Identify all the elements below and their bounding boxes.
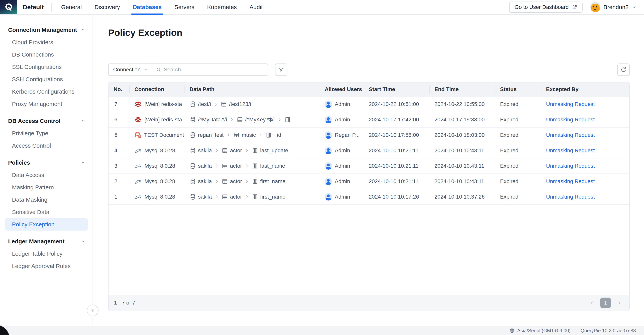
querypie-logo[interactable] <box>0 0 18 14</box>
excepted-by-cell: Unmasking Request <box>541 158 621 173</box>
table-row[interactable]: 4Mysql 8.0.28sakilaactorlast_updateAdmin… <box>108 143 629 158</box>
status-cell: Expired <box>495 112 541 127</box>
tab-audit[interactable]: Audit <box>250 0 263 14</box>
unmasking-request-link[interactable]: Unmasking Request <box>546 194 595 200</box>
path-separator-chevron-icon <box>226 133 231 138</box>
tab-databases[interactable]: Databases <box>133 0 162 14</box>
page-title: Policy Exception <box>108 27 630 38</box>
path-separator-chevron-icon <box>244 148 249 153</box>
unmasking-request-link[interactable]: Unmasking Request <box>546 132 595 138</box>
path-separator-chevron-icon <box>214 179 219 184</box>
database-icon <box>190 147 196 154</box>
path-separator-chevron-icon <box>214 148 219 153</box>
end-time-cell: 2024-10-17 19:33:00 <box>430 112 495 127</box>
pagination-prev-button[interactable] <box>588 299 596 307</box>
data-path-segment: music <box>233 132 256 138</box>
user-menu[interactable]: Brendon2 <box>590 2 637 12</box>
sidebar-item-ssl-configurations[interactable]: SSL Configurations <box>5 61 88 73</box>
row-gutter <box>621 174 629 189</box>
table-row[interactable]: 5TEST Documentregan_testmusic_idRegan P.… <box>108 128 629 143</box>
sidebar-item-proxy-management[interactable]: Proxy Management <box>5 98 88 110</box>
table-row[interactable]: 2Mysql 8.0.28sakilaactorfirst_nameAdmin2… <box>108 174 629 189</box>
sidebar-item-sensitive-data[interactable]: Sensitive Data <box>5 206 88 218</box>
data-path-segment-label: /^MyKey.*$/i <box>245 117 275 123</box>
database-icon <box>190 163 196 169</box>
connection-name: Mysql 8.0.28 <box>144 178 175 184</box>
sidebar-item-data-masking[interactable]: Data Masking <box>5 194 88 206</box>
data-path-segment: _id <box>266 132 281 138</box>
sidebar-section: PoliciesData AccessMasking PatternData M… <box>5 156 88 231</box>
table-header-row: No.ConnectionData PathAllowed UsersStart… <box>108 82 629 97</box>
table-row[interactable]: 7[Wein] redis-sta/test/i/test123/iAdmin2… <box>108 97 629 112</box>
sidebar-item-access-control[interactable]: Access Control <box>5 139 88 152</box>
tab-discovery[interactable]: Discovery <box>94 0 120 14</box>
column-icon <box>252 178 258 185</box>
unmasking-request-link[interactable]: Unmasking Request <box>546 178 595 184</box>
refresh-button[interactable] <box>617 63 630 76</box>
search-icon <box>156 67 161 72</box>
pagination-next-button[interactable] <box>615 299 624 307</box>
data-path-segment-label: sakila <box>198 178 212 184</box>
connection-cell: Mysql 8.0.28 <box>130 174 184 189</box>
row-number: 3 <box>108 158 130 173</box>
sidebar-item-masking-pattern[interactable]: Masking Pattern <box>5 181 88 194</box>
user-avatar-icon <box>325 147 332 154</box>
excepted-by-cell: Unmasking Request <box>541 189 621 204</box>
sidebar-item-db-connections[interactable]: DB Connections <box>5 48 88 61</box>
excepted-by-cell: Unmasking Request <box>541 112 621 127</box>
sidebar-item-ledger-table-policy[interactable]: Ledger Table Policy <box>5 248 88 260</box>
workspace-name: Default <box>23 4 44 11</box>
unmasking-request-link[interactable]: Unmasking Request <box>546 101 595 107</box>
sidebar-item-kerberos-configurations[interactable]: Kerberos Configurations <box>5 85 88 98</box>
connection-cell: Mysql 8.0.28 <box>130 158 184 173</box>
sidebar-item-cloud-providers[interactable]: Cloud Providers <box>5 36 88 48</box>
filter-button[interactable] <box>275 63 288 76</box>
sidebar-section-header[interactable]: Policies <box>5 156 88 169</box>
database-icon <box>190 116 196 123</box>
pagination-current-page[interactable]: 1 <box>600 298 611 308</box>
sidebar-section-header[interactable]: Ledger Management <box>5 235 88 248</box>
allowed-users-cell: Admin <box>320 189 364 204</box>
connection-filter-select[interactable]: Connection <box>108 63 152 76</box>
tab-servers[interactable]: Servers <box>174 0 194 14</box>
path-separator-chevron-icon <box>214 194 219 199</box>
row-number: 6 <box>108 112 130 127</box>
tab-kubernetes[interactable]: Kubernetes <box>207 0 236 14</box>
column-icon <box>252 147 258 154</box>
sidebar-item-ssh-configurations[interactable]: SSH Configurations <box>5 73 88 85</box>
sidebar-item-ledger-approval-rules[interactable]: Ledger Approval Rules <box>5 260 88 272</box>
chevron-up-icon <box>80 27 85 32</box>
sidebar-item-data-access[interactable]: Data Access <box>5 169 88 181</box>
sidebar-section-header[interactable]: DB Access Control <box>5 115 88 127</box>
policy-exception-table: No.ConnectionData PathAllowed UsersStart… <box>108 82 630 311</box>
chevron-up-icon <box>80 119 85 123</box>
sidebar-collapse-button[interactable] <box>87 305 98 316</box>
sidebar-item-privilege-type[interactable]: Privilege Type <box>5 127 88 139</box>
go-to-user-dashboard-button[interactable]: Go to User Dashboard <box>509 1 582 13</box>
table-icon <box>233 132 240 138</box>
data-path-segment-label: actor <box>230 194 242 200</box>
data-path-segment: sakila <box>190 194 212 200</box>
table-row[interactable]: 6[Wein] redis-sta/^MyData.*/i/^MyKey.*$/… <box>108 112 629 128</box>
chevron-up-icon <box>80 239 85 244</box>
status-cell: Expired <box>495 143 541 158</box>
unmasking-request-link[interactable]: Unmasking Request <box>546 117 595 123</box>
unmasking-request-link[interactable]: Unmasking Request <box>546 163 595 169</box>
table-row[interactable]: 1Mysql 8.0.28sakilaactorfirst_nameAdmin2… <box>108 189 629 205</box>
search-input[interactable] <box>164 67 264 73</box>
row-number: 2 <box>108 174 130 189</box>
tab-general[interactable]: General <box>61 0 82 14</box>
connection-name: [Wein] redis-sta <box>144 117 182 123</box>
unmasking-request-link[interactable]: Unmasking Request <box>546 147 595 154</box>
table-row[interactable]: 3Mysql 8.0.28sakilaactorlast_nameAdmin20… <box>108 158 629 174</box>
data-path-cell: sakilaactorfirst_name <box>184 174 320 189</box>
column-icon <box>284 116 291 123</box>
main-content: Policy Exception Connection <box>93 15 644 326</box>
refresh-icon <box>620 67 626 73</box>
sidebar-item-policy-exception[interactable]: Policy Exception <box>5 218 88 231</box>
column-header-gutter <box>621 82 629 97</box>
allowed-users-cell: Admin <box>320 174 364 189</box>
sidebar-section-header[interactable]: Connection Management <box>5 24 88 36</box>
data-path-segment-label: /test123/i <box>229 101 251 107</box>
user-avatar-icon <box>325 100 332 108</box>
